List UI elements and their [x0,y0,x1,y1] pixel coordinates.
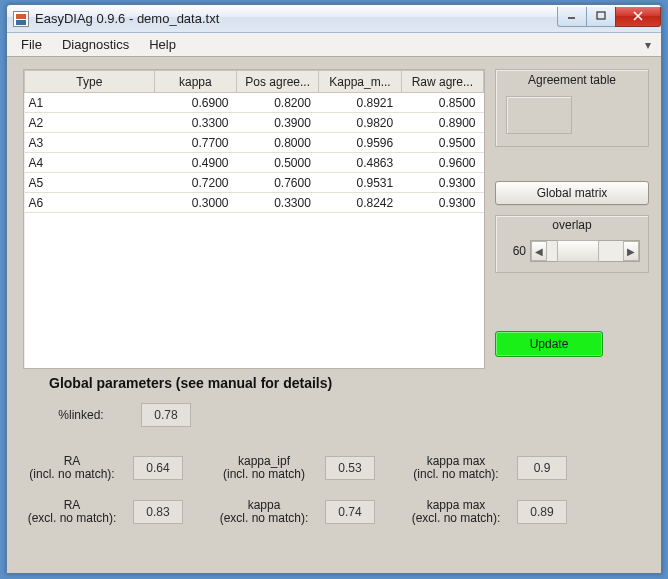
cell-pos: 0.7600 [237,173,319,193]
table-row[interactable]: A30.77000.80000.95960.9500 [25,133,484,153]
app-icon [13,11,29,27]
menu-overflow-icon[interactable]: ▾ [639,38,657,52]
cell-kappa: 0.3300 [154,113,236,133]
param-row-incl: RA(incl. no match): 0.64 kappa_ipf(incl.… [19,455,585,481]
kappa-max-excl-value: 0.89 [517,500,567,524]
cell-raw: 0.8900 [401,113,483,133]
param-row-excl: RA(excl. no match): 0.83 kappa(excl. no … [19,499,585,525]
minimize-icon [567,11,577,21]
agreement-table-button[interactable] [506,96,572,134]
update-label: Update [530,337,569,351]
col-raw-agree[interactable]: Raw agre... [401,71,483,93]
cell-pos: 0.3900 [237,113,319,133]
slider-thumb[interactable] [557,240,599,262]
cell-type: A3 [25,133,155,153]
cell-kappa: 0.4900 [154,153,236,173]
overlap-label: overlap [496,216,648,232]
global-matrix-label: Global matrix [537,186,608,200]
slider-track[interactable] [547,241,623,261]
maximize-button[interactable] [586,7,616,27]
results-table: Type kappa Pos agree... Kappa_m... Raw a… [24,70,484,213]
table-row[interactable]: A40.49000.50000.48630.9600 [25,153,484,173]
maximize-icon [596,11,606,21]
cell-kappa: 0.3000 [154,193,236,213]
pct-linked-value: 0.78 [141,403,191,427]
col-type[interactable]: Type [25,71,155,93]
cell-pos: 0.3300 [237,193,319,213]
window-title: EasyDIAg 0.9.6 - demo_data.txt [35,11,558,26]
cell-type: A2 [25,113,155,133]
cell-raw: 0.9300 [401,193,483,213]
cell-kappa: 0.7700 [154,133,236,153]
global-matrix-button[interactable]: Global matrix [495,181,649,205]
update-button[interactable]: Update [495,331,603,357]
cell-type: A6 [25,193,155,213]
cell-km: 0.8921 [319,93,401,113]
kappa-max-excl-label: kappa max(excl. no match): [403,499,509,525]
table-row[interactable]: A10.69000.82000.89210.8500 [25,93,484,113]
slider-right-arrow-icon[interactable]: ▶ [623,241,639,261]
overlap-slider[interactable]: ◀ ▶ [530,240,640,262]
cell-kappa: 0.6900 [154,93,236,113]
menu-diagnostics[interactable]: Diagnostics [52,35,139,54]
window-controls [558,7,661,27]
kappa-max-incl-label: kappa max(incl. no match): [403,455,509,481]
menu-help[interactable]: Help [139,35,186,54]
cell-raw: 0.9500 [401,133,483,153]
menu-file[interactable]: File [11,35,52,54]
kappa-max-incl-value: 0.9 [517,456,567,480]
table-header-row: Type kappa Pos agree... Kappa_m... Raw a… [25,71,484,93]
cell-type: A5 [25,173,155,193]
cell-km: 0.9531 [319,173,401,193]
col-pos-agree[interactable]: Pos agree... [237,71,319,93]
titlebar[interactable]: EasyDIAg 0.9.6 - demo_data.txt [7,5,661,33]
kappa-excl-value: 0.74 [325,500,375,524]
cell-raw: 0.9300 [401,173,483,193]
table-row[interactable]: A50.72000.76000.95310.9300 [25,173,484,193]
close-button[interactable] [615,7,661,27]
svg-rect-1 [597,12,605,19]
client-area: Type kappa Pos agree... Kappa_m... Raw a… [7,57,661,573]
cell-type: A4 [25,153,155,173]
param-pct-linked: %linked: 0.78 [31,403,191,427]
ra-incl-value: 0.64 [133,456,183,480]
cell-type: A1 [25,93,155,113]
ra-excl-label: RA(excl. no match): [19,499,125,525]
kappa-excl-label: kappa(excl. no match): [211,499,317,525]
close-icon [632,10,644,22]
cell-pos: 0.8200 [237,93,319,113]
col-kappa-m[interactable]: Kappa_m... [319,71,401,93]
overlap-value: 60 [502,244,526,262]
overlap-panel: overlap 60 ◀ ▶ [495,215,649,273]
cell-pos: 0.5000 [237,153,319,173]
slider-left-arrow-icon[interactable]: ◀ [531,241,547,261]
ra-incl-label: RA(incl. no match): [19,455,125,481]
cell-raw: 0.8500 [401,93,483,113]
table-row[interactable]: A20.33000.39000.98200.8900 [25,113,484,133]
cell-km: 0.9596 [319,133,401,153]
global-params-title: Global parameters (see manual for detail… [49,375,332,391]
results-table-panel: Type kappa Pos agree... Kappa_m... Raw a… [23,69,485,369]
agreement-table-panel: Agreement table [495,69,649,147]
col-kappa[interactable]: kappa [154,71,236,93]
menubar: File Diagnostics Help ▾ [7,33,661,57]
app-window: EasyDIAg 0.9.6 - demo_data.txt File Diag… [6,4,662,574]
kappa-ipf-label: kappa_ipf(incl. no match) [211,455,317,481]
table-row[interactable]: A60.30000.33000.82420.9300 [25,193,484,213]
minimize-button[interactable] [557,7,587,27]
pct-linked-label: %linked: [31,409,131,422]
cell-pos: 0.8000 [237,133,319,153]
cell-kappa: 0.7200 [154,173,236,193]
cell-raw: 0.9600 [401,153,483,173]
kappa-ipf-value: 0.53 [325,456,375,480]
cell-km: 0.8242 [319,193,401,213]
ra-excl-value: 0.83 [133,500,183,524]
agreement-table-label: Agreement table [496,70,648,87]
cell-km: 0.4863 [319,153,401,173]
cell-km: 0.9820 [319,113,401,133]
